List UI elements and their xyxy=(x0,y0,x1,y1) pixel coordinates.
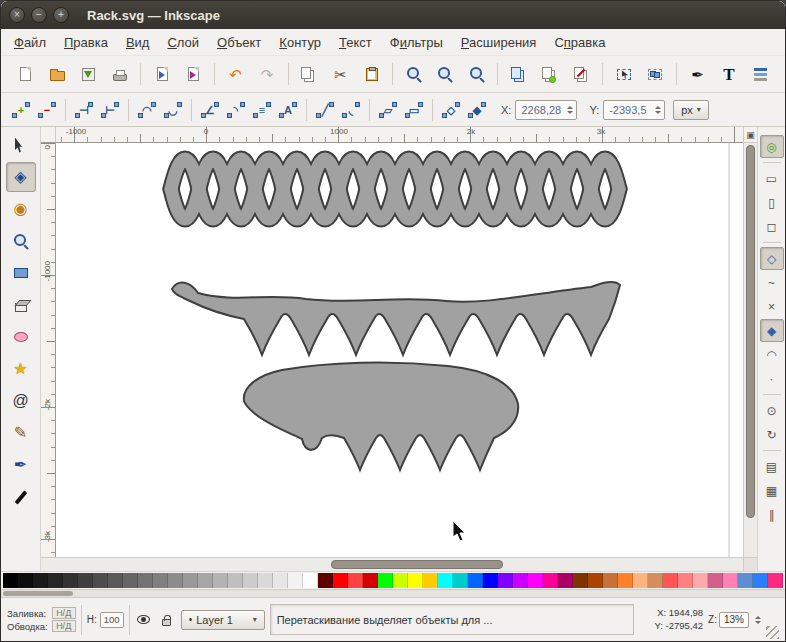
menu-layer[interactable]: Слой xyxy=(158,29,208,55)
snap-paths-toggle[interactable]: ~ xyxy=(760,271,784,294)
break-path-button[interactable]: ⊣ xyxy=(72,98,96,122)
palette-swatch[interactable] xyxy=(228,573,243,588)
snap-guides-toggle[interactable]: ∥ xyxy=(760,503,784,526)
spinner-buttons[interactable] xyxy=(755,615,761,625)
delete-segment-button[interactable]: ◡ xyxy=(161,98,185,122)
show-outline-toggle[interactable]: ◆ xyxy=(465,98,489,122)
blob-shape[interactable] xyxy=(244,363,518,470)
open-document-button[interactable] xyxy=(42,59,71,89)
snap-page-border-toggle[interactable]: ▤ xyxy=(760,455,784,478)
palette-swatch[interactable] xyxy=(693,573,708,588)
ungroup-button[interactable] xyxy=(641,59,670,89)
palette-swatch[interactable] xyxy=(498,573,513,588)
menu-edit[interactable]: Правка xyxy=(55,29,117,55)
palette-swatch[interactable] xyxy=(243,573,258,588)
palette-swatch[interactable] xyxy=(753,573,768,588)
layer-select[interactable]: • Layer 1 ▾ xyxy=(181,610,265,630)
title-bar[interactable]: × − + Rack.svg — Inkscape xyxy=(1,1,785,29)
paste-button[interactable] xyxy=(357,59,386,89)
palette-swatch[interactable] xyxy=(33,573,48,588)
palette-swatch[interactable] xyxy=(543,573,558,588)
palette-swatch[interactable] xyxy=(153,573,168,588)
palette-swatch[interactable] xyxy=(348,573,363,588)
palette-swatch[interactable] xyxy=(213,573,228,588)
zoom-field[interactable]: 13% xyxy=(719,612,749,628)
palette-swatch[interactable] xyxy=(288,573,303,588)
spin-down-icon[interactable] xyxy=(755,621,761,624)
insert-node-button[interactable]: + xyxy=(9,98,33,122)
palette-swatch[interactable] xyxy=(573,573,588,588)
spinner-buttons[interactable] xyxy=(567,105,573,115)
palette-swatch[interactable] xyxy=(168,573,183,588)
spin-up-icon[interactable] xyxy=(655,106,661,109)
snap-rotation-centers-toggle[interactable]: ↻ xyxy=(760,423,784,446)
snap-master-toggle[interactable]: ◎ xyxy=(760,135,784,158)
import-button[interactable] xyxy=(147,59,176,89)
palette-scrollbar-thumb[interactable] xyxy=(3,591,73,596)
horizontal-scrollbar-thumb[interactable] xyxy=(331,560,503,569)
zoom-tool[interactable] xyxy=(6,226,36,256)
vertical-scrollbar[interactable] xyxy=(744,143,757,557)
palette-swatch[interactable] xyxy=(108,573,123,588)
calligraphy-tool[interactable] xyxy=(6,482,36,512)
zoom-page-button[interactable] xyxy=(462,59,491,89)
palette-swatch[interactable] xyxy=(18,573,33,588)
zoom-drawing-button[interactable] xyxy=(431,59,460,89)
unlink-clone-button[interactable] xyxy=(567,59,596,89)
menu-filters[interactable]: Фильтры xyxy=(381,29,452,55)
join-nodes-button[interactable]: ⊢ xyxy=(98,98,122,122)
show-handles-toggle[interactable]: ◇ xyxy=(439,98,463,122)
palette-swatch[interactable] xyxy=(78,573,93,588)
palette-swatch[interactable] xyxy=(483,573,498,588)
palette-swatch[interactable] xyxy=(63,573,78,588)
cut-button[interactable]: ✂ xyxy=(326,59,355,89)
symmetric-node-button[interactable]: ≡ xyxy=(250,98,274,122)
palette-scrollbar[interactable] xyxy=(1,589,785,597)
palette-swatch[interactable] xyxy=(183,573,198,588)
menu-text[interactable]: Текст xyxy=(330,29,381,55)
menu-path[interactable]: Контур xyxy=(270,29,330,55)
palette-swatch[interactable] xyxy=(603,573,618,588)
palette-swatch[interactable] xyxy=(678,573,693,588)
rectangle-tool[interactable] xyxy=(6,258,36,288)
palette-swatch[interactable] xyxy=(723,573,738,588)
stroke-to-path-button[interactable]: ▭ xyxy=(402,98,426,122)
fill-stroke-dialog-button[interactable]: ✒ xyxy=(683,59,712,89)
palette-swatch[interactable] xyxy=(708,573,723,588)
layer-lock-toggle[interactable] xyxy=(158,611,176,629)
palette-swatch[interactable] xyxy=(408,573,423,588)
ellipse-tool[interactable] xyxy=(6,322,36,352)
vertical-scrollbar-thumb[interactable] xyxy=(746,145,755,518)
horizontal-scrollbar[interactable] xyxy=(56,557,743,571)
segment-to-curve-button[interactable]: ◟ xyxy=(339,98,363,122)
auto-node-button[interactable]: A xyxy=(276,98,300,122)
palette-swatch[interactable] xyxy=(633,573,648,588)
palette-swatch[interactable] xyxy=(423,573,438,588)
palette-swatch[interactable] xyxy=(48,573,63,588)
star-tool[interactable]: ★ xyxy=(6,354,36,384)
horizontal-ruler[interactable]: -1000 0 1000 2k 3k xyxy=(56,127,743,143)
palette-swatch[interactable] xyxy=(273,573,288,588)
pencil-tool[interactable]: ✎ xyxy=(6,418,36,448)
export-button[interactable] xyxy=(179,59,208,89)
snap-smooth-nodes-toggle[interactable]: ◠ xyxy=(760,343,784,366)
menu-file[interactable]: Файл xyxy=(5,29,55,55)
palette-swatch[interactable] xyxy=(453,573,468,588)
palette-swatch[interactable] xyxy=(378,573,393,588)
palette-swatch[interactable] xyxy=(363,573,378,588)
menu-view[interactable]: Вид xyxy=(117,29,159,55)
fill-stroke-indicator[interactable]: Заливка: Н/Д Обводка: Н/Д xyxy=(7,607,76,632)
close-button[interactable]: × xyxy=(9,7,25,23)
snap-bbox-edges-toggle[interactable]: ▯ xyxy=(760,191,784,214)
smooth-node-button[interactable]: ◝ xyxy=(224,98,248,122)
segment-to-line-button[interactable]: ╱ xyxy=(313,98,337,122)
y-coordinate-field[interactable]: -2393,5 xyxy=(603,100,665,120)
tweak-tool[interactable]: ◉ xyxy=(6,194,36,224)
unit-select[interactable]: px ▾ xyxy=(673,100,709,120)
palette-swatch[interactable] xyxy=(588,573,603,588)
clone-button[interactable] xyxy=(536,59,565,89)
layer-visibility-toggle[interactable] xyxy=(135,611,153,629)
layers-dialog-button[interactable] xyxy=(746,59,775,89)
palette-swatch[interactable] xyxy=(438,573,453,588)
pen-tool[interactable]: ✒ xyxy=(6,450,36,480)
